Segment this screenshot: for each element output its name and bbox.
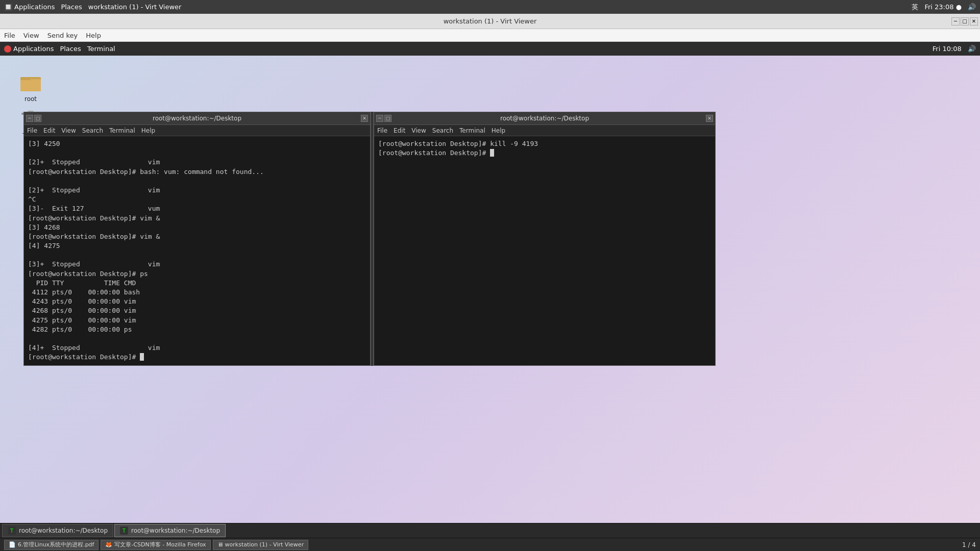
gnome-terminal-label[interactable]: Terminal [87,45,115,53]
taskbar-item-terminal-1[interactable]: T root@workstation:~/Desktop [2,524,113,537]
terminal-left-close[interactable]: ✕ [361,115,368,122]
desktop-icon-home[interactable]: root [10,70,51,103]
term-left-file[interactable]: File [27,127,37,134]
term-right-search[interactable]: Search [432,127,453,134]
terminal-left-cursor [140,353,144,361]
terminal-right-minimize[interactable]: ─ [376,115,383,122]
term-right-edit[interactable]: Edit [394,127,405,134]
gnome-desktop-area: Applications Places Terminal Fri 10:08 🔊… [0,42,980,523]
gnome-apps-dot [4,45,11,53]
virt-viewer-title: workstation (1) - Virt Viewer [444,17,537,25]
taskbar-terminal2-label: root@workstation:~/Desktop [131,527,220,534]
virt-menu-sendkey[interactable]: Send key [47,32,78,39]
pdf-icon: 📄 [9,541,16,548]
gnome-topbar: Applications Places Terminal Fri 10:08 🔊 [0,42,980,56]
terminal-left-menubar: File Edit View Search Terminal Help [24,125,370,136]
terminal-left-minimize[interactable]: ─ [26,115,33,122]
taskbar-terminal1-icon: T [8,527,16,535]
term-left-help[interactable]: Help [141,127,155,134]
taskbar-virt-item[interactable]: 🖥 workstation (1) - Virt Viewer [213,540,309,550]
home-folder-label: root [24,95,37,103]
gnome-volume-icon[interactable]: 🔊 [968,45,976,53]
svg-rect-2 [20,77,31,80]
virt-viewer-window-controls: ─ □ ✕ [951,17,978,26]
virt-menu-file[interactable]: File [4,32,15,39]
gnome-clock: Fri 10:08 [933,45,962,53]
volume-icon[interactable]: 🔊 [968,3,976,11]
gnome-apps-btn[interactable]: Applications [4,45,54,53]
virt-menu-help[interactable]: Help [86,32,101,39]
virt-viewer-menubar: File View Send key Help [0,29,980,42]
term-right-terminal[interactable]: Terminal [459,127,485,134]
taskbar-terminal1-label: root@workstation:~/Desktop [19,527,108,534]
virt-viewer-maximize[interactable]: □ [961,17,969,26]
places-menu[interactable]: Places [61,3,82,11]
virt-viewer-close[interactable]: ✕ [970,17,978,26]
system-topbar-left: 🔲 Applications Places workstation (1) - … [4,3,181,11]
terminal-left-win-btns-left: ─ □ [26,115,41,122]
keyboard-indicator: 英 [912,3,918,12]
applications-menu[interactable]: 🔲 Applications [4,3,55,11]
taskbar-pdf-item[interactable]: 📄 6.管理Linux系统中的进程.pdf [4,540,99,550]
terminal-left-content[interactable]: [3] 4250 [2]+ Stopped vim [root@workstat… [24,136,370,365]
virt-menu-view[interactable]: View [23,32,39,39]
terminal-windows-area: ─ □ root@workstation:~/Desktop ✕ File Ed… [23,112,970,366]
system-topbar: 🔲 Applications Places workstation (1) - … [0,0,980,14]
firefox-label: 写文章-CSDN博客 - Mozilla Firefox [114,541,206,548]
taskbar-firefox-item[interactable]: 🦊 写文章-CSDN博客 - Mozilla Firefox [101,540,210,550]
term-right-help[interactable]: Help [492,127,505,134]
terminal-right-maximize[interactable]: □ [384,115,391,122]
terminal-right-cursor [490,149,494,157]
virt-viewer-minimize[interactable]: ─ [951,17,960,26]
gnome-topbar-right: Fri 10:08 🔊 [933,45,976,53]
terminal-right-close-btn: ✕ [706,115,713,122]
taskbar-top: T root@workstation:~/Desktop T root@work… [0,523,980,538]
taskbar-item-terminal-2[interactable]: T root@workstation:~/Desktop [114,524,226,537]
terminal-right-close[interactable]: ✕ [706,115,713,122]
window-title-menu[interactable]: workstation (1) - Virt Viewer [88,3,182,11]
term-left-view[interactable]: View [61,127,76,134]
terminal-right-menubar: File Edit View Search Terminal Help [374,125,715,136]
terminal-right-content[interactable]: [root@workstation Desktop]# kill -9 4193… [374,136,715,365]
taskbar-pager: 1 / 4 [962,541,976,548]
term-right-view[interactable]: View [411,127,426,134]
taskbar: T root@workstation:~/Desktop T root@work… [0,523,980,551]
virt-viewer-titlebar: workstation (1) - Virt Viewer ─ □ ✕ [0,14,980,29]
clock: Fri 23:08 ● [924,3,962,11]
terminal-right-win-btns-left: ─ □ [376,115,391,122]
terminal-left-titlebar: ─ □ root@workstation:~/Desktop ✕ [24,112,370,125]
terminal-window-left: ─ □ root@workstation:~/Desktop ✕ File Ed… [23,112,371,366]
gnome-applications-label[interactable]: Applications [13,45,54,53]
terminal-left-maximize[interactable]: □ [34,115,41,122]
virt-label: workstation (1) - Virt Viewer [225,541,304,548]
system-topbar-right: 英 Fri 23:08 ● 🔊 [912,3,976,12]
svg-rect-1 [20,79,41,91]
taskbar-bottom: 📄 6.管理Linux系统中的进程.pdf 🦊 写文章-CSDN博客 - Moz… [0,538,980,551]
term-right-file[interactable]: File [377,127,387,134]
taskbar-terminal2-icon: T [120,527,128,535]
virt-icon: 🖥 [217,541,223,548]
pdf-label: 6.管理Linux系统中的进程.pdf [18,541,94,548]
terminal-right-title: root@workstation:~/Desktop [500,115,589,122]
term-left-terminal[interactable]: Terminal [109,127,135,134]
applications-icon: 🔲 [4,3,12,11]
term-left-edit[interactable]: Edit [43,127,55,134]
firefox-icon: 🦊 [105,541,112,548]
terminal-left-close-btn: ✕ [361,115,368,122]
term-left-search[interactable]: Search [82,127,103,134]
terminal-right-titlebar: ─ □ root@workstation:~/Desktop ✕ [374,112,715,125]
terminal-window-right: ─ □ root@workstation:~/Desktop ✕ File Ed… [374,112,716,366]
gnome-places-label[interactable]: Places [60,45,81,53]
home-folder-icon [18,70,43,94]
terminal-left-title: root@workstation:~/Desktop [153,115,241,122]
